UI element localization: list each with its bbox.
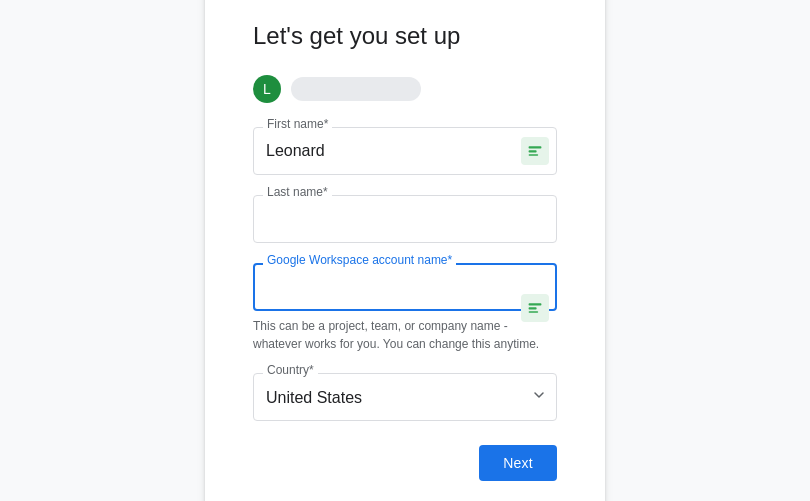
svg-rect-2 xyxy=(529,154,539,156)
workspace-autofill-button[interactable] xyxy=(521,294,549,322)
workspace-helper-text: This can be a project, team, or company … xyxy=(253,317,557,353)
setup-card: Let's get you set up L First name* Last … xyxy=(205,0,605,501)
next-button[interactable]: Next xyxy=(479,445,557,481)
last-name-group: Last name* xyxy=(253,195,557,243)
workspace-group: Google Workspace account name* This can … xyxy=(253,263,557,353)
account-row: L xyxy=(253,75,557,103)
avatar: L xyxy=(253,75,281,103)
svg-rect-1 xyxy=(529,150,537,152)
svg-rect-4 xyxy=(529,307,537,309)
page-title: Let's get you set up xyxy=(253,20,557,51)
country-select[interactable]: United States United Kingdom Canada Aust… xyxy=(253,373,557,421)
country-select-wrapper: United States United Kingdom Canada Aust… xyxy=(253,373,557,421)
country-group: Country* United States United Kingdom Ca… xyxy=(253,373,557,421)
first-name-input[interactable] xyxy=(253,127,557,175)
account-email-pill xyxy=(291,77,421,101)
autofill-icon xyxy=(527,143,543,159)
country-label: Country* xyxy=(263,364,318,376)
last-name-input[interactable] xyxy=(253,195,557,243)
workspace-input[interactable] xyxy=(253,263,557,311)
first-name-group: First name* xyxy=(253,127,557,175)
autofill-icon-workspace xyxy=(527,300,543,316)
button-row: Next xyxy=(253,445,557,481)
first-name-label: First name* xyxy=(263,118,332,130)
first-name-autofill-button[interactable] xyxy=(521,137,549,165)
svg-rect-0 xyxy=(529,146,542,148)
svg-rect-3 xyxy=(529,303,542,305)
workspace-label: Google Workspace account name* xyxy=(263,254,456,266)
svg-rect-5 xyxy=(529,311,539,313)
last-name-label: Last name* xyxy=(263,186,332,198)
